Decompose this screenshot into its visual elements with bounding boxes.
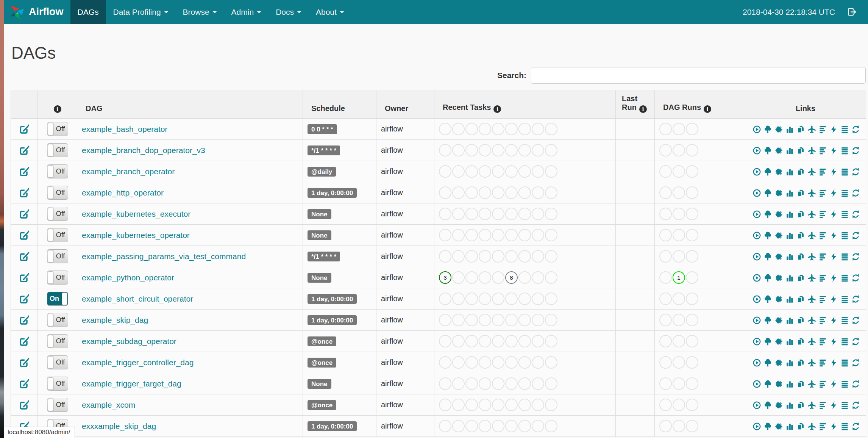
dag-pause-toggle[interactable]: Off [47, 228, 68, 242]
task-duration-link[interactable] [785, 274, 794, 282]
graph-view-link[interactable] [774, 252, 783, 261]
dag-pause-toggle[interactable]: Off [47, 143, 68, 157]
code-view-link[interactable] [829, 167, 838, 176]
logs-link[interactable] [840, 189, 849, 197]
tree-view-link[interactable] [763, 401, 772, 410]
tree-view-link[interactable] [763, 380, 772, 388]
dag-run-circle[interactable]: 1 [673, 271, 685, 284]
nav-item-data-profiling[interactable]: Data Profiling [106, 0, 176, 24]
logs-link[interactable] [840, 295, 849, 303]
gantt-view-link[interactable] [818, 252, 827, 261]
refresh-link[interactable] [851, 337, 860, 346]
logs-link[interactable] [840, 210, 849, 219]
dag-pause-toggle[interactable]: Off [47, 398, 68, 412]
dag-name-link[interactable]: example_kubernetes_operator [82, 231, 190, 239]
trigger-dag-link[interactable] [752, 337, 761, 346]
logs-link[interactable] [840, 422, 849, 431]
graph-view-link[interactable] [774, 316, 783, 325]
landing-times-link[interactable] [807, 231, 816, 240]
gantt-view-link[interactable] [818, 337, 827, 346]
edit-dag-button[interactable] [19, 379, 30, 387]
gantt-view-link[interactable] [818, 422, 827, 431]
landing-times-link[interactable] [807, 422, 816, 431]
tree-view-link[interactable] [763, 146, 772, 155]
refresh-link[interactable] [851, 274, 860, 282]
dag-pause-toggle[interactable]: Off [47, 377, 68, 391]
trigger-dag-link[interactable] [752, 274, 761, 282]
graph-view-link[interactable] [774, 358, 783, 367]
code-view-link[interactable] [829, 380, 838, 388]
code-view-link[interactable] [829, 422, 838, 431]
edit-dag-button[interactable] [19, 145, 30, 154]
schedule-badge[interactable]: None [308, 379, 331, 389]
tree-view-link[interactable] [763, 422, 772, 431]
logs-link[interactable] [840, 274, 849, 282]
dag-name-link[interactable]: example_skip_dag [82, 316, 148, 324]
graph-view-link[interactable] [774, 146, 783, 155]
task-tries-link[interactable] [796, 422, 805, 431]
dag-pause-toggle[interactable]: Off [47, 271, 68, 285]
edit-dag-button[interactable] [19, 188, 30, 196]
refresh-link[interactable] [851, 231, 860, 240]
task-tries-link[interactable] [796, 274, 805, 282]
dag-pause-toggle[interactable]: Off [47, 122, 68, 136]
trigger-dag-link[interactable] [752, 167, 761, 176]
dag-name-link[interactable]: example_subdag_operator [82, 337, 176, 346]
dag-name-link[interactable]: example_short_circuit_operator [82, 294, 193, 303]
trigger-dag-link[interactable] [752, 252, 761, 261]
edit-dag-button[interactable] [19, 209, 30, 217]
brand[interactable]: Airflow [4, 0, 70, 24]
tree-view-link[interactable] [763, 358, 772, 367]
task-duration-link[interactable] [785, 167, 794, 176]
dag-name-link[interactable]: example_bash_operator [82, 125, 168, 133]
task-tries-link[interactable] [796, 189, 805, 197]
graph-view-link[interactable] [774, 189, 783, 197]
trigger-dag-link[interactable] [752, 401, 761, 410]
logs-link[interactable] [840, 231, 849, 240]
logs-link[interactable] [840, 252, 849, 261]
task-tries-link[interactable] [796, 231, 805, 240]
trigger-dag-link[interactable] [752, 295, 761, 303]
tree-view-link[interactable] [763, 295, 772, 303]
landing-times-link[interactable] [807, 189, 816, 197]
code-view-link[interactable] [829, 316, 838, 325]
task-tries-link[interactable] [796, 167, 805, 176]
schedule-badge[interactable]: None [308, 230, 331, 240]
code-view-link[interactable] [829, 146, 838, 155]
trigger-dag-link[interactable] [752, 422, 761, 431]
logs-link[interactable] [840, 125, 849, 134]
graph-view-link[interactable] [774, 167, 783, 176]
dag-name-link[interactable]: example_trigger_controller_dag [82, 358, 194, 367]
schedule-badge[interactable]: 0 0 * * * [308, 124, 337, 134]
task-duration-link[interactable] [785, 125, 794, 134]
task-duration-link[interactable] [785, 146, 794, 155]
gantt-view-link[interactable] [818, 401, 827, 410]
task-tries-link[interactable] [796, 358, 805, 367]
task-duration-link[interactable] [785, 401, 794, 410]
graph-view-link[interactable] [774, 337, 783, 346]
nav-item-about[interactable]: About [309, 0, 351, 24]
code-view-link[interactable] [829, 125, 838, 134]
gantt-view-link[interactable] [818, 274, 827, 282]
gantt-view-link[interactable] [818, 231, 827, 240]
code-view-link[interactable] [829, 210, 838, 219]
landing-times-link[interactable] [807, 401, 816, 410]
landing-times-link[interactable] [807, 210, 816, 219]
dag-pause-toggle[interactable]: Off [47, 164, 68, 178]
dag-name-link[interactable]: example_kubernetes_executor [82, 210, 190, 218]
task-tries-link[interactable] [796, 337, 805, 346]
task-duration-link[interactable] [785, 316, 794, 325]
code-view-link[interactable] [829, 295, 838, 303]
schedule-badge[interactable]: @once [308, 400, 336, 410]
dag-pause-toggle[interactable]: Off [47, 334, 68, 348]
trigger-dag-link[interactable] [752, 380, 761, 388]
dag-pause-toggle[interactable]: Off [47, 313, 68, 327]
gantt-view-link[interactable] [818, 295, 827, 303]
edit-dag-button[interactable] [19, 273, 30, 281]
logs-link[interactable] [840, 380, 849, 388]
code-view-link[interactable] [829, 274, 838, 282]
search-input[interactable] [531, 67, 866, 84]
tree-view-link[interactable] [763, 210, 772, 219]
refresh-link[interactable] [851, 146, 860, 155]
gantt-view-link[interactable] [818, 358, 827, 367]
